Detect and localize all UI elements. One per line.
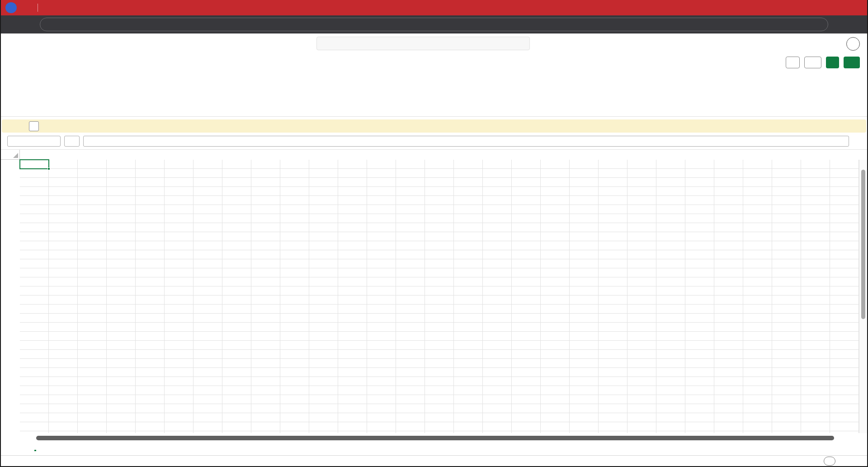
window-controls (805, 0, 867, 15)
cells-area[interactable] (20, 160, 859, 433)
browser-toolbar (1, 15, 867, 33)
search-bar[interactable] (316, 37, 530, 50)
app-launcher-icon[interactable] (8, 36, 24, 52)
banner-close-icon[interactable] (851, 121, 861, 131)
fill-handle[interactable] (47, 167, 50, 170)
comments-button[interactable] (786, 57, 800, 68)
status-bar (1, 455, 867, 466)
horizontal-scrollbar[interactable] (1, 433, 867, 443)
window-minimize-button[interactable] (805, 0, 826, 15)
allow-access-button[interactable] (29, 121, 39, 131)
selected-cell-a1[interactable] (19, 159, 49, 169)
window-close-button[interactable] (846, 0, 867, 15)
name-box[interactable] (7, 136, 61, 147)
horizontal-scroll-thumb[interactable] (36, 436, 834, 440)
new-tab-button[interactable] (43, 2, 55, 14)
address-bar[interactable] (40, 18, 828, 31)
back-button[interactable] (5, 18, 19, 31)
formula-bar-expand-icon[interactable] (853, 136, 863, 146)
favorite-star-icon[interactable] (811, 19, 823, 30)
edit-a-copy-button[interactable] (826, 57, 839, 68)
formula-input[interactable] (83, 136, 849, 147)
vertical-scrollbar[interactable] (859, 160, 867, 433)
excel-header (1, 33, 867, 54)
refresh-button[interactable] (21, 18, 34, 31)
notification-banner (2, 119, 866, 133)
select-all-corner[interactable] (1, 150, 20, 160)
vertical-scroll-thumb[interactable] (861, 170, 865, 319)
share-button[interactable] (844, 57, 860, 68)
account-avatar[interactable] (846, 37, 860, 51)
formula-actions (64, 136, 80, 147)
inprivate-badge (5, 2, 17, 13)
formula-bar (1, 133, 867, 150)
tab-separator (38, 4, 38, 12)
select-all-triangle (13, 153, 18, 158)
search-input[interactable] (325, 40, 525, 47)
sheet-tab-hoja1[interactable] (34, 448, 36, 451)
tab-actions-icon[interactable] (22, 2, 34, 14)
read-aloud-icon[interactable] (800, 19, 811, 30)
favorites-icon[interactable] (834, 18, 847, 31)
spreadsheet-grid[interactable] (1, 150, 867, 433)
browser-window (0, 0, 868, 467)
editing-mode-button[interactable] (804, 57, 821, 68)
zoom-level-dropdown[interactable] (824, 457, 835, 466)
window-restore-button[interactable] (826, 0, 846, 15)
browser-menu-icon[interactable] (849, 18, 863, 31)
ribbon-tab-bar (1, 54, 867, 70)
sheet-tab-bar (1, 443, 867, 455)
lock-icon[interactable] (46, 19, 57, 30)
ribbon-insert (1, 70, 867, 117)
browser-tabstrip (1, 0, 867, 15)
